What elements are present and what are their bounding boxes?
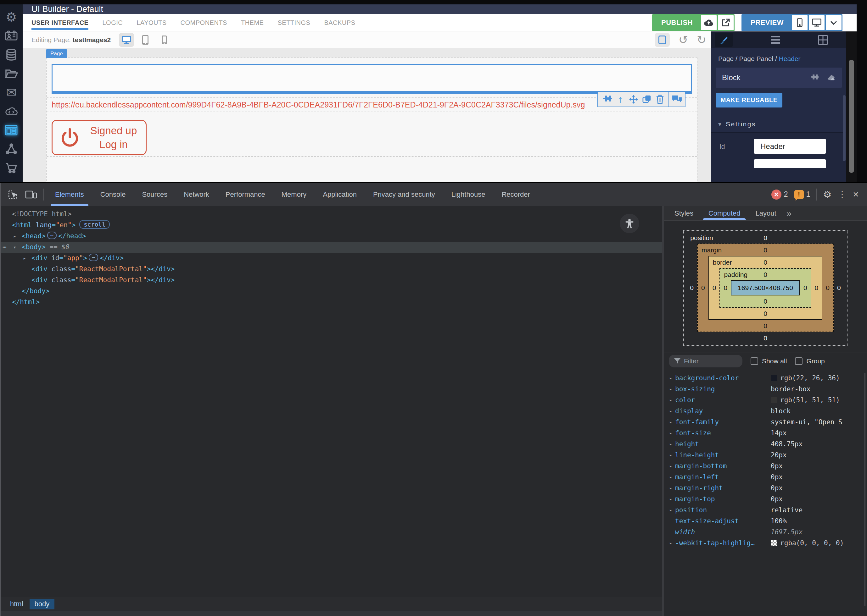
eraser-icon[interactable]: [827, 74, 835, 82]
settings-section-header[interactable]: ▾ Settings: [716, 115, 842, 132]
computed-property-row[interactable]: ▸font-familysystem-ui, "Open S: [666, 416, 867, 427]
computed-property-row[interactable]: ▸positionrelative: [666, 504, 867, 515]
builder-tab-user-interface[interactable]: USER INTERFACE: [32, 14, 88, 31]
viewport-desktop-button[interactable]: [119, 33, 134, 47]
panel-scrollbar[interactable]: [843, 95, 846, 161]
dom-tree-row[interactable]: ▸<div id="app">⋯</div>: [0, 253, 662, 264]
more-tabs-icon[interactable]: »: [787, 208, 791, 219]
pane-tab-styles[interactable]: Styles: [667, 206, 701, 220]
devtools-tab-memory[interactable]: Memory: [273, 183, 315, 206]
panel-grid-button[interactable]: [818, 35, 828, 45]
computed-property-row[interactable]: width1697.5px: [666, 526, 867, 537]
computed-property-row[interactable]: ▸height408.75px: [666, 438, 867, 449]
block-delete-button[interactable]: [653, 94, 667, 104]
redo-button[interactable]: ↻: [697, 34, 706, 46]
expand-closed-icon[interactable]: ▸: [666, 397, 675, 403]
devtools-settings-icon[interactable]: ⚙: [823, 189, 831, 200]
signup-login-button[interactable]: Signed up Log in: [52, 120, 147, 155]
devtools-tab-lighthouse[interactable]: Lighthouse: [443, 183, 493, 206]
block-logic-button[interactable]: [601, 94, 614, 104]
more-actions-icon[interactable]: ⋯: [3, 242, 6, 253]
viewport-tablet-button[interactable]: [138, 33, 153, 47]
pane-tab-layout[interactable]: Layout: [748, 206, 783, 220]
dom-tree-row[interactable]: </body>: [0, 286, 662, 297]
block-select-parent-button[interactable]: ↑: [614, 94, 627, 105]
dom-tree-row[interactable]: <div class="ReactModalPortal"></div>: [0, 275, 662, 286]
computed-property-row[interactable]: ▸background-colorrgb(22, 26, 36): [666, 372, 867, 383]
breadcrumb-body[interactable]: body: [30, 599, 55, 610]
puzzle-icon[interactable]: [810, 74, 818, 82]
id-input[interactable]: [754, 139, 826, 154]
devtools-tab-recorder[interactable]: Recorder: [493, 183, 538, 206]
expand-closed-icon[interactable]: ▸: [666, 441, 675, 447]
hamburger-menu-icon[interactable]: [771, 36, 780, 44]
dom-tree-row[interactable]: ⋯▾<body> == $0: [0, 242, 662, 253]
devtools-tab-console[interactable]: Console: [92, 183, 134, 206]
builder-tab-backups[interactable]: BACKUPS: [324, 14, 355, 31]
group-checkbox[interactable]: Group: [795, 357, 824, 365]
window-scrollbar-thumb[interactable]: [849, 60, 854, 173]
error-badge[interactable]: ✕ 2: [771, 190, 788, 200]
devtools-tab-elements[interactable]: Elements: [47, 183, 92, 206]
devtools-tab-privacy-and-security[interactable]: Privacy and security: [365, 183, 443, 206]
devtools-menu-icon[interactable]: ⋮: [838, 189, 847, 200]
preview-button[interactable]: PREVIEW: [741, 14, 842, 31]
page-container[interactable]: Page ↑: [46, 58, 697, 190]
expand-closed-icon[interactable]: ▸: [13, 231, 16, 242]
computed-property-row[interactable]: ▸-webkit-tap-highlig…rgba(0, 0, 0, 0): [666, 537, 867, 548]
builder-tab-settings[interactable]: SETTINGS: [277, 14, 310, 31]
preview-dropdown-button[interactable]: [826, 15, 842, 30]
inspector-breadcrumb[interactable]: Page / Page Panel / Header: [716, 55, 842, 63]
computed-property-row[interactable]: ▸margin-bottom0px: [666, 460, 867, 471]
devtools-close-icon[interactable]: ×: [853, 189, 859, 200]
scroll-badge[interactable]: scroll: [79, 220, 110, 229]
settings-gear-icon[interactable]: ⚙: [0, 8, 23, 27]
pane-tab-computed[interactable]: Computed: [701, 206, 748, 220]
preview-mobile-button[interactable]: [792, 15, 807, 30]
dom-tree-row[interactable]: <!DOCTYPE html>: [0, 209, 662, 220]
computed-property-row[interactable]: ▸displayblock: [666, 405, 867, 416]
computed-property-row[interactable]: ▸font-size14px: [666, 427, 867, 438]
email-icon[interactable]: ✉: [0, 83, 23, 102]
expand-closed-icon[interactable]: ▸: [666, 463, 675, 469]
expand-closed-icon[interactable]: ▸: [666, 507, 675, 513]
computed-property-row[interactable]: ▸line-height20px: [666, 449, 867, 460]
show-all-checkbox[interactable]: Show all: [750, 357, 787, 365]
expand-closed-icon[interactable]: ▸: [666, 408, 675, 414]
computed-property-row[interactable]: ▸margin-right0px: [666, 482, 867, 493]
expand-closed-icon[interactable]: ▸: [666, 419, 675, 425]
expand-closed-icon[interactable]: ▸: [666, 386, 675, 392]
cloud-code-icon[interactable]: [0, 102, 23, 121]
selected-header-block[interactable]: [52, 64, 692, 94]
device-toolbar-icon[interactable]: [25, 189, 37, 200]
devtools-tab-sources[interactable]: Sources: [134, 183, 175, 206]
expand-closed-icon[interactable]: ▸: [666, 430, 675, 436]
api-services-icon[interactable]: [0, 140, 23, 159]
builder-tab-logic[interactable]: LOGIC: [102, 14, 123, 31]
inline-expand-icon[interactable]: ⋯: [89, 254, 98, 261]
dom-tree-row[interactable]: </html>: [0, 297, 662, 308]
expand-closed-icon[interactable]: ▸: [666, 540, 675, 546]
dom-tree-row[interactable]: <div class="ReactModalPortal"></div>: [0, 264, 662, 275]
block-duplicate-button[interactable]: [640, 95, 653, 104]
inspect-element-icon[interactable]: [8, 189, 19, 200]
computed-property-row[interactable]: ▸colorrgb(51, 51, 51): [666, 394, 867, 405]
block-move-button[interactable]: [627, 94, 640, 104]
publish-open-button[interactable]: [718, 15, 734, 30]
builder-canvas[interactable]: Page ↑: [23, 48, 711, 195]
devtools-tab-network[interactable]: Network: [175, 183, 218, 206]
publish-button[interactable]: PUBLISH: [652, 14, 735, 31]
ui-builder-icon[interactable]: [0, 121, 23, 140]
files-folder-icon[interactable]: [0, 64, 23, 83]
marketplace-cart-icon[interactable]: [0, 159, 23, 177]
computed-property-row[interactable]: ▸margin-top0px: [666, 493, 867, 504]
viewport-phone-button[interactable]: [157, 33, 172, 47]
filter-input[interactable]: [684, 357, 731, 365]
database-icon[interactable]: [0, 45, 23, 64]
inline-expand-icon[interactable]: ⋯: [47, 232, 57, 239]
computed-property-row[interactable]: ▸box-sizingborder-box: [666, 383, 867, 394]
builder-tab-theme[interactable]: THEME: [241, 14, 264, 31]
dom-tree-row[interactable]: <html lang="en">scroll: [0, 220, 662, 231]
publish-upload-button[interactable]: [701, 15, 717, 30]
builder-tab-components[interactable]: COMPONENTS: [181, 14, 227, 31]
